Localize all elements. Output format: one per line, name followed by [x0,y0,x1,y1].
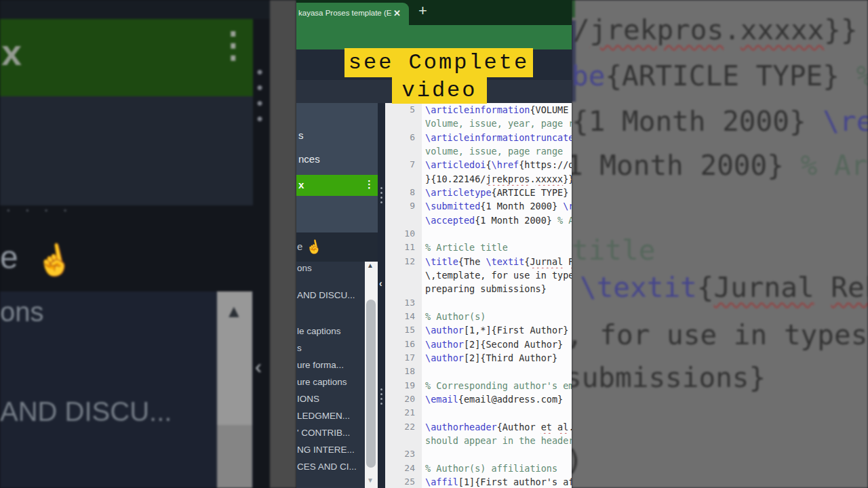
code-row[interactable]: Volume, issue, year, page ran [385,117,572,130]
outline-item[interactable]: ' CONTRIB... [297,428,350,438]
code-text[interactable]: \title{The \textit{Jurnal Rek [422,255,572,268]
code-text[interactable]: \articletype{ARTICLE TYPE} % [422,186,572,199]
code-text[interactable]: \articledoi{\href{https://doi [422,158,572,171]
tab-close-icon[interactable]: ✕ [393,8,401,18]
outline-item[interactable]: LEDGMEN... [297,411,350,421]
code-token: al [557,422,568,432]
code-row[interactable]: 6\articleinformationtruncated{ [385,131,572,144]
outline-scrollbar[interactable]: ▲ ▼ [365,262,378,488]
code-text[interactable]: % Article title [422,241,572,254]
code-token: {Author [497,422,541,432]
outline-item[interactable]: le captions [297,326,341,336]
code-row[interactable]: 11% Article title [385,241,572,254]
backdrop-code-row: title [572,234,655,266]
code-row[interactable]: 13 [385,296,572,310]
code-text[interactable]: \email{email@address.com} [422,392,572,406]
code-token: {email@address.com} [458,394,563,405]
code-text[interactable]: \author[2]{Third Author} [422,351,572,365]
code-text[interactable]: \accepted{1 Month 2000} % Art [422,214,572,227]
line-number [385,268,422,282]
code-row[interactable]: 12\title{The \textit{Jurnal Rek [385,255,572,268]
code-row[interactable]: 24% Author(s) affiliations [385,462,572,475]
code-text[interactable]: \,template, for use in typese [422,268,572,282]
collapse-chevron-icon[interactable]: ‹ [379,278,382,289]
scroll-thumb[interactable] [366,300,376,468]
outline-item[interactable]: ure forma... [297,360,344,370]
outline-item[interactable]: CES AND CI... [297,462,357,472]
code-token: \authorheader [425,422,497,432]
code-text[interactable]: }{10.22146/jrekpros.xxxxx}} % [422,172,572,186]
scroll-down-icon[interactable]: ▼ [367,476,374,484]
code-row[interactable]: 20\email{email@address.com} [385,392,572,406]
code-row[interactable]: 17\author[2]{Third Author} [385,351,572,365]
outline-item[interactable]: s [297,343,302,353]
code-row[interactable]: volume, issue, page range [385,144,572,158]
backdrop-code-row: be{ARTICLE TYPE} % [572,60,868,92]
scroll-up-icon[interactable]: ▲ [367,262,374,269]
code-text[interactable]: \author[2]{Second Author} [422,338,572,351]
file-item-selected[interactable]: x ⋮ [296,175,378,196]
outline-item[interactable]: AND DISCU... [297,290,355,300]
browser-address-bar[interactable]: ⟳ overleaf.com/project/62eff19beb226d11a… [296,25,572,49]
code-text[interactable] [422,227,572,241]
backdrop-scroll-up-icon: ▲ [225,301,243,322]
code-row[interactable]: 19% Corresponding author's ema [385,379,572,392]
code-text[interactable]: should appear in the header [422,434,572,447]
code-text[interactable]: \author[1,*]{First Author} [422,323,572,337]
code-row[interactable]: 10 [385,227,572,241]
code-text[interactable]: volume, issue, page range [422,144,572,158]
code-row[interactable]: 7\articledoi{\href{https://doi [385,158,572,171]
outline-header[interactable]: e ☝ [296,232,378,262]
file-menu-icon[interactable]: ⋮ [364,178,374,190]
code-text[interactable]: \authorheader{Author et al.} [422,420,572,434]
code-text[interactable]: % Author(s) [422,310,572,323]
outline-item[interactable]: ons [297,263,312,273]
code-row[interactable]: 15\author[1,*]{First Author} [385,323,572,337]
code-text[interactable] [422,447,572,461]
code-text[interactable]: \articleinformation{VOLUME xx [422,103,572,117]
code-row[interactable]: \accepted{1 Month 2000} % Art [385,214,572,227]
code-text[interactable] [422,365,572,378]
pane-resizer[interactable]: ‹ [378,103,385,488]
code-row[interactable]: 23 [385,447,572,461]
code-token: [1]{First author's aff [458,476,572,487]
code-text[interactable]: % Author(s) affiliations [422,462,572,475]
new-tab-button[interactable]: + [418,2,427,20]
code-token: % Art [557,215,572,226]
line-number: 17 [385,351,422,365]
code-row[interactable]: }{10.22146/jrekpros.xxxxx}} % [385,172,572,186]
code-row[interactable]: 22\authorheader{Author et al.} [385,420,572,434]
code-text[interactable]: \submitted{1 Month 2000} \rev [422,199,572,213]
code-row[interactable]: 18 [385,365,572,378]
code-token: . [530,174,535,184]
code-token: {VOLUME xx [530,104,572,115]
code-text[interactable]: \affil[1]{First author's aff [422,475,572,488]
code-text[interactable] [422,406,572,420]
code-row[interactable]: 8\articletype{ARTICLE TYPE} % [385,186,572,199]
file-item[interactable]: nces [298,153,320,165]
code-row[interactable]: should appear in the header [385,434,572,447]
code-row[interactable]: preparing submissions} [385,282,572,296]
code-text[interactable]: Volume, issue, year, page ran [422,117,572,130]
code-row[interactable]: 9\submitted{1 Month 2000} \rev [385,199,572,213]
code-row[interactable]: 14% Author(s) [385,310,572,323]
outline-item[interactable]: IONS [297,394,319,404]
code-token: \textit [580,271,697,304]
code-row[interactable]: 25\affil[1]{First author's aff [385,475,572,488]
code-row[interactable]: \,template, for use in typese [385,268,572,282]
backdrop-hand-cursor-icon: ☝ [32,239,76,281]
file-item[interactable]: s [298,129,304,141]
code-token: .} [568,422,572,432]
code-token: should appear in the header [425,435,572,446]
outline-item[interactable]: ure captions [297,377,347,387]
browser-tab[interactable]: kayasa Proses template (En ✕ [296,3,409,25]
code-row[interactable]: 16\author[2]{Second Author} [385,338,572,351]
code-row[interactable]: 21 [385,406,572,420]
code-token [552,422,557,432]
code-text[interactable]: \articleinformationtruncated{ [422,131,572,144]
code-row[interactable]: 5\articleinformation{VOLUME xx [385,103,572,117]
code-text[interactable]: preparing submissions} [422,282,572,296]
code-text[interactable]: % Corresponding author's ema [422,379,572,392]
outline-item[interactable]: NG INTERE... [297,445,355,455]
code-text[interactable] [422,296,572,310]
